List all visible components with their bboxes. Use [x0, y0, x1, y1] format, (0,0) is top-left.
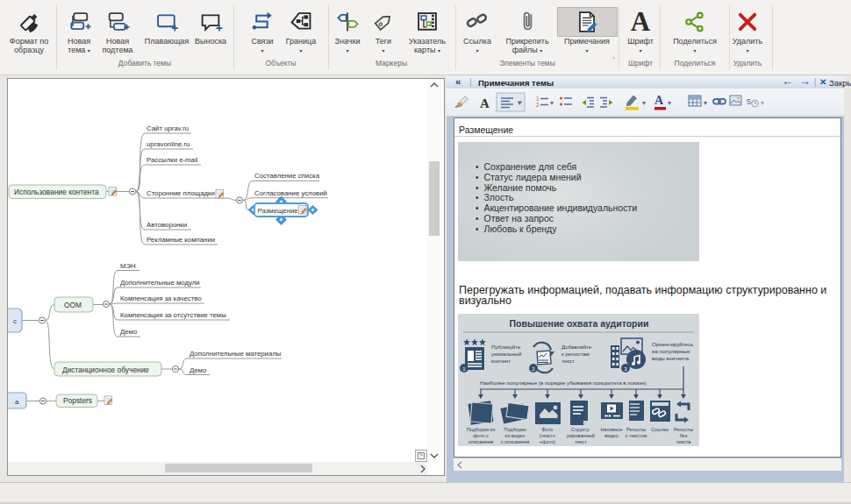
- svg-text:фото с: фото с: [473, 433, 489, 438]
- svg-text:текст: текст: [561, 358, 575, 364]
- svg-text:текст: текст: [575, 439, 587, 444]
- svg-text:Сторонние площадки: Сторонние площадки: [147, 189, 215, 197]
- svg-text:A: A: [480, 96, 490, 110]
- svg-text:Согласование условий: Согласование условий: [254, 189, 327, 197]
- svg-text:Использование контента: Использование контента: [14, 188, 99, 196]
- svg-text:видео: видео: [604, 433, 619, 438]
- svg-text:Компенсация за отсутствие темы: Компенсация за отсутствие темы: [120, 311, 226, 319]
- svg-text:▾: ▾: [642, 99, 646, 107]
- svg-text:Репосты: Репосты: [626, 427, 646, 432]
- svg-text:1: 1: [536, 96, 540, 102]
- svg-text:▾: ▾: [668, 99, 671, 107]
- svg-text:рированный: рированный: [567, 433, 595, 438]
- svg-text:Сайт uprav.ru: Сайт uprav.ru: [147, 124, 189, 132]
- svg-text:виды контента: виды контента: [652, 355, 690, 361]
- svg-text:Дополнительные модули: Дополнительные модули: [120, 279, 200, 287]
- svg-text:Popsters: Popsters: [63, 396, 92, 405]
- svg-text:Публикуйте: Публикуйте: [491, 344, 521, 350]
- svg-text:Наиболее популярные (в порядке: Наиболее популярные (в порядке убывания …: [480, 380, 647, 386]
- svg-text:▾: ▾: [550, 99, 554, 107]
- svg-text:▾: ▾: [518, 99, 521, 107]
- svg-text:Дополнительные материалы: Дополнительные материалы: [190, 350, 282, 358]
- svg-text:Добавляйте: Добавляйте: [561, 344, 592, 350]
- svg-text:Ориентируйтесь: Ориентируйтесь: [652, 341, 693, 347]
- svg-text:Дистанционное обучение: Дистанционное обучение: [62, 366, 149, 374]
- svg-text:▾: ▾: [761, 99, 764, 107]
- svg-text:текста: текста: [676, 439, 691, 444]
- svg-text:Автоворонки: Автоворонки: [147, 221, 187, 229]
- svg-text:контент: контент: [491, 358, 511, 364]
- svg-text:+фото): +фото): [540, 439, 555, 444]
- svg-text:МЭН: МЭН: [120, 262, 136, 270]
- svg-text:с текстом: с текстом: [626, 433, 647, 438]
- svg-text:Рассылки e-mail: Рассылки e-mail: [147, 156, 198, 164]
- svg-text:с: с: [13, 317, 17, 325]
- svg-text:Компенсация за качество: Компенсация за качество: [120, 295, 202, 302]
- svg-text:Подборки: Подборки: [504, 427, 526, 432]
- svg-text:Структу-: Структу-: [571, 427, 590, 432]
- svg-text:2: 2: [536, 102, 540, 108]
- svg-text:описанием: описанием: [468, 439, 493, 444]
- svg-text:A: A: [654, 94, 664, 107]
- svg-text:Демо: Демо: [120, 328, 138, 336]
- svg-text:без: без: [680, 433, 688, 438]
- svg-text:▾: ▾: [704, 99, 707, 107]
- svg-text:(текст+: (текст+: [540, 433, 556, 438]
- svg-text:из видео: из видео: [505, 433, 526, 438]
- svg-text:Демо: Демо: [190, 366, 207, 374]
- svg-text:Фото: Фото: [542, 427, 554, 432]
- svg-text:уникальный: уникальный: [491, 351, 522, 357]
- svg-text:Репосты: Репосты: [674, 427, 693, 432]
- svg-text:а: а: [15, 398, 19, 406]
- svg-text:на популярные: на популярные: [652, 348, 690, 354]
- svg-text:Составление списка: Составление списка: [254, 172, 320, 180]
- svg-text:Ссылки: Ссылки: [651, 427, 669, 432]
- svg-text:Размещение: Размещение: [258, 207, 298, 215]
- svg-text:upravonline.ru: upravonline.ru: [147, 140, 190, 148]
- svg-text:с описанием: с описанием: [501, 439, 530, 444]
- svg-text:Подборки из: Подборки из: [467, 427, 496, 432]
- svg-text:ООМ: ООМ: [64, 301, 82, 309]
- svg-text:5: 5: [747, 97, 751, 106]
- svg-text:к репостам: к репостам: [561, 351, 590, 357]
- svg-text:Рекламные компании: Рекламные компании: [147, 236, 215, 244]
- svg-text:Повышение охвата аудитории: Повышение охвата аудитории: [510, 318, 649, 329]
- svg-text:Нативное: Нативное: [601, 427, 623, 432]
